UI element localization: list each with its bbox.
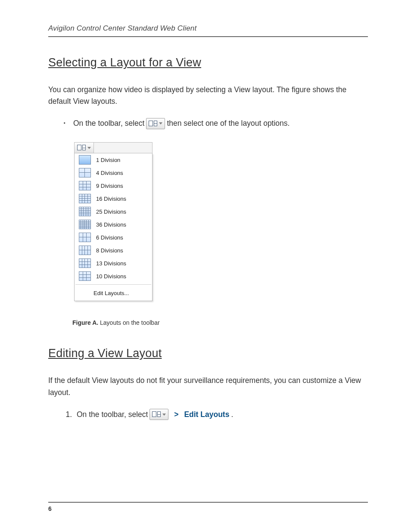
layout-option[interactable]: 16 Divisions — [75, 192, 152, 205]
intro-paragraph-2: If the default View layouts do not fit y… — [48, 375, 368, 398]
layout-thumb-icon — [79, 233, 91, 242]
layout-option[interactable]: 9 Divisions — [75, 179, 152, 192]
chevron-down-icon — [162, 414, 166, 416]
layout-thumb-icon — [79, 246, 91, 255]
layout-thumb-icon — [79, 194, 91, 203]
step-period: . — [231, 409, 233, 420]
layout-option[interactable]: 10 Divisions — [75, 270, 152, 283]
menu-divider — [75, 284, 151, 285]
figure-label: Figure A. — [72, 319, 98, 326]
layout-menu-panel: 1 Division4 Divisions9 Divisions16 Divis… — [74, 153, 153, 301]
step-item: On the toolbar, select > Edit Layouts. — [74, 409, 368, 420]
layout-option[interactable]: 6 Divisions — [75, 231, 152, 244]
layout-picker-button[interactable] — [146, 118, 165, 129]
layout-thumb-icon — [79, 271, 91, 281]
layout-picker-button[interactable] — [149, 409, 168, 420]
layout-menu-figure: 1 Division4 Divisions9 Divisions16 Divis… — [74, 142, 153, 301]
running-header: Avigilon Control Center Standard Web Cli… — [48, 24, 368, 37]
page: Avigilon Control Center Standard Web Cli… — [0, 0, 411, 532]
layout-thumb-icon — [79, 155, 91, 165]
layout-thumb-icon — [79, 168, 91, 177]
layout-option-label: 9 Divisions — [96, 183, 123, 189]
edit-layouts-menu-item[interactable]: Edit Layouts... — [75, 286, 152, 301]
figure-caption-text: Layouts on the toolbar — [100, 319, 160, 326]
layout-thumb-icon — [79, 258, 91, 268]
layout-option-label: 13 Divisions — [96, 260, 126, 267]
step-separator: > — [174, 409, 178, 420]
bullet-text-pre: On the toolbar, select — [73, 118, 144, 129]
menu-top-bar — [74, 142, 153, 153]
layout-thumb-icon — [79, 220, 91, 229]
layout-thumb-icon — [79, 181, 91, 190]
layout-option-label: 36 Divisions — [96, 221, 126, 228]
chevron-down-icon — [87, 147, 91, 149]
layout-option-label: 16 Divisions — [96, 196, 126, 202]
layout-option[interactable]: 8 Divisions — [75, 244, 152, 257]
layout-option[interactable]: 36 Divisions — [75, 218, 152, 231]
layout-option-label: 1 Division — [96, 157, 120, 163]
layout-icon — [77, 145, 86, 151]
intro-paragraph-1: You can organize how video is displayed … — [48, 84, 368, 107]
layout-thumb-icon — [79, 207, 91, 216]
layout-option-label: 8 Divisions — [96, 247, 123, 254]
layout-icon — [149, 121, 157, 127]
layout-picker-button-open[interactable] — [75, 143, 94, 153]
layout-option[interactable]: 13 Divisions — [75, 257, 152, 270]
layout-option-label: 25 Divisions — [96, 208, 126, 215]
layout-option[interactable]: 1 Division — [75, 153, 152, 166]
bullet-item: On the toolbar, select then select one o… — [64, 118, 368, 129]
page-number: 6 — [48, 502, 368, 512]
step-list: On the toolbar, select > Edit Layouts. — [48, 409, 368, 420]
chevron-down-icon — [159, 122, 162, 124]
layout-option-label: 6 Divisions — [96, 234, 123, 241]
heading-editing-layout: Editing a View Layout — [48, 347, 368, 360]
layout-icon — [152, 411, 161, 417]
layout-option-label: 10 Divisions — [96, 273, 126, 280]
edit-layouts-link[interactable]: Edit Layouts — [184, 409, 229, 420]
bullet-list: On the toolbar, select then select one o… — [48, 118, 368, 129]
step-text-pre: On the toolbar, select — [77, 409, 148, 420]
heading-selecting-layout: Selecting a Layout for a View — [48, 56, 368, 69]
figure-caption: Figure A. Layouts on the toolbar — [72, 319, 368, 326]
bullet-text-post: then select one of the layout options. — [167, 118, 290, 129]
layout-option[interactable]: 4 Divisions — [75, 166, 152, 179]
layout-option-label: 4 Divisions — [96, 170, 123, 176]
layout-option[interactable]: 25 Divisions — [75, 205, 152, 218]
